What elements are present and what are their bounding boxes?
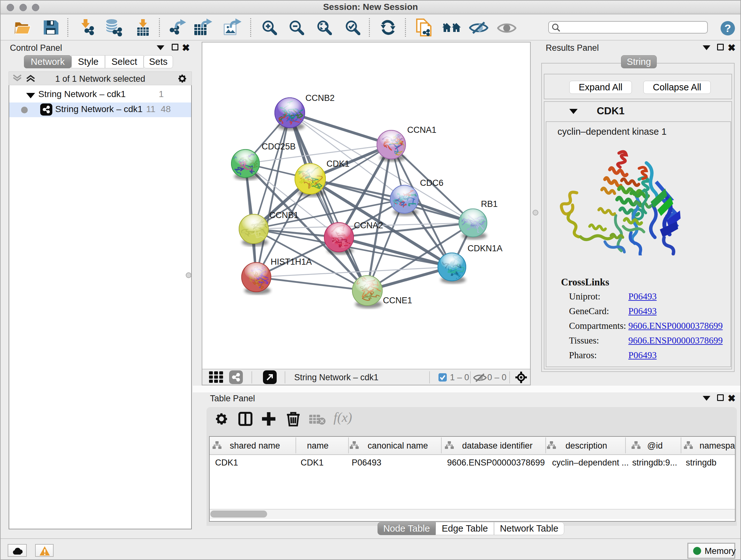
svg-text:RB1: RB1 <box>481 199 498 209</box>
svg-text:CCNA1: CCNA1 <box>407 125 436 135</box>
svg-text:CCNB1: CCNB1 <box>269 210 299 220</box>
svg-text:CDKN1A: CDKN1A <box>468 244 502 253</box>
svg-text:CDC6: CDC6 <box>420 178 444 188</box>
svg-text:CDK1: CDK1 <box>327 159 349 169</box>
svg-text:CCNE1: CCNE1 <box>383 296 412 305</box>
svg-text:CDC25B: CDC25B <box>262 142 296 151</box>
svg-text:HIST1H1A: HIST1H1A <box>271 257 312 266</box>
svg-text:CCNA2: CCNA2 <box>354 221 383 230</box>
svg-text:CCNB2: CCNB2 <box>306 93 335 103</box>
